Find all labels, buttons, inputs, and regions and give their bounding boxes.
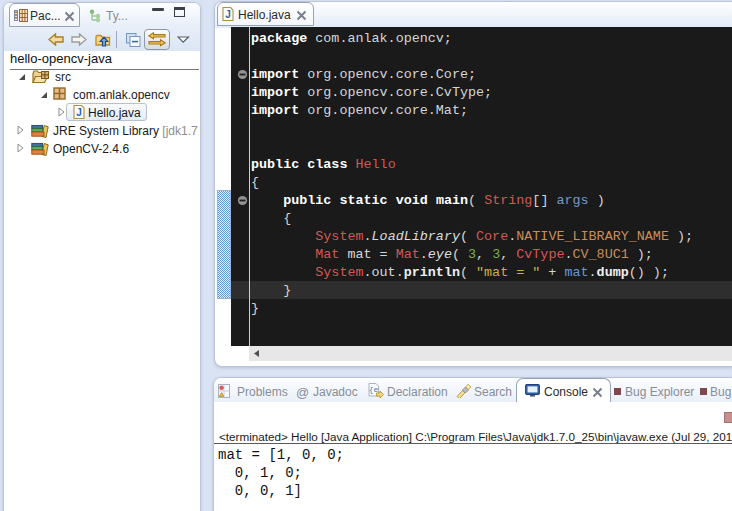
svg-text:J: J [76,107,82,118]
svg-text:J: J [225,9,231,20]
